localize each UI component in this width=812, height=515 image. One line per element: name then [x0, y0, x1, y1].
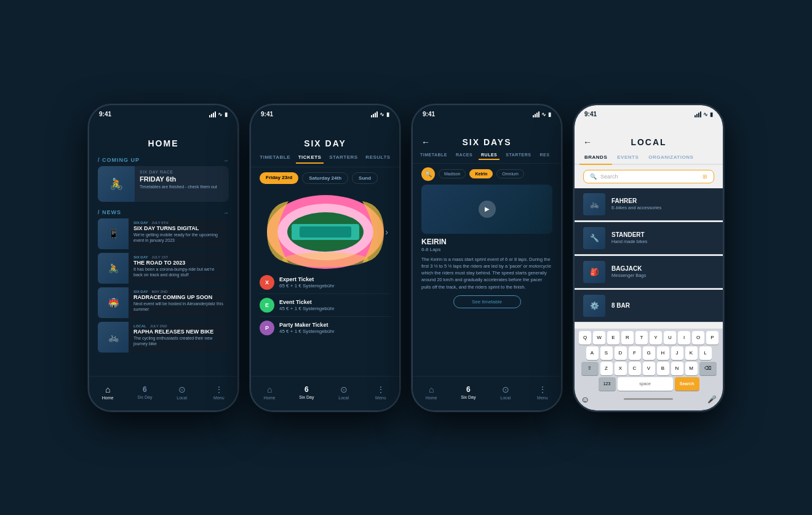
phone2-screen: 9:41 ∿ ▮ SIX DAY TIMETABLE TICKETS START…: [251, 105, 399, 410]
nav-local[interactable]: ⊙ Local: [164, 385, 201, 400]
key-c[interactable]: C: [629, 362, 641, 375]
brand-standert[interactable]: 🔧 STANDERT Hand made bikes: [575, 222, 723, 255]
news-desc-2: It has been a corona-bumpy-ride but we'r…: [133, 267, 224, 277]
p2-nav-sixday[interactable]: 6 Six Day: [288, 385, 325, 399]
news-category-2: SIX DAY: [133, 255, 148, 259]
key-q[interactable]: Q: [579, 331, 591, 345]
key-s[interactable]: S: [600, 346, 613, 360]
p3-nav-sixday[interactable]: 6 Six Day: [450, 385, 487, 399]
brand-name-8bar: 8 BAR: [611, 302, 714, 309]
race-video-thumbnail[interactable]: ▶: [421, 185, 552, 234]
p3-tab-starters[interactable]: STARTERS: [503, 151, 533, 159]
key-i[interactable]: I: [678, 331, 690, 345]
ticket-avatar-p: P: [260, 321, 274, 335]
news-item-4[interactable]: 🚲 LOCAL JULY 2ND RAPHA RELEASES NEW BIKE…: [98, 322, 229, 353]
emoji-button[interactable]: ☺: [581, 394, 589, 404]
tab-results[interactable]: RESULTS: [363, 152, 392, 163]
filter-search-button[interactable]: 🔍: [421, 167, 435, 181]
p3-nav-home[interactable]: ⌂ Home: [413, 385, 450, 400]
p3-menu-icon: ⋮: [538, 385, 547, 394]
key-delete[interactable]: ⌫: [699, 362, 717, 375]
key-r[interactable]: R: [621, 331, 634, 345]
home-icon: ⌂: [105, 385, 110, 394]
p2-nav-local[interactable]: ⊙ Local: [325, 385, 362, 400]
date-saturday[interactable]: Saturday 24th: [302, 172, 348, 184]
phone1-title: HOME: [89, 120, 237, 153]
nav-menu[interactable]: ⋮ Menu: [201, 385, 237, 400]
key-m[interactable]: M: [685, 362, 698, 375]
ticket-expert[interactable]: X Expert Ticket 65 € + 1 € Systemgebühr: [260, 275, 391, 290]
search-bar[interactable]: 🔍 Search ⊞: [583, 170, 714, 183]
key-123[interactable]: 123: [599, 377, 616, 391]
news-content-4: LOCAL JULY 2ND RAPHA RELEASES NEW BIKE T…: [129, 322, 229, 353]
local-tab-bar: BRANDS EVENTS ORGANIZATIONS: [575, 151, 723, 165]
ticket-party[interactable]: P Party Maker Ticket 45 € + 1 € Systemge…: [260, 321, 391, 335]
date-sunday[interactable]: Sund: [352, 172, 378, 184]
search-filter-icon[interactable]: ⊞: [703, 174, 707, 180]
key-k[interactable]: K: [685, 346, 698, 360]
nav-home[interactable]: ⌂ Home: [89, 385, 126, 400]
local-tab-events[interactable]: EVENTS: [612, 151, 643, 164]
tab-starters[interactable]: STARTERS: [327, 152, 360, 163]
local-tab-brands[interactable]: BRANDS: [579, 151, 612, 165]
local-tab-organizations[interactable]: ORGANIZATIONS: [643, 151, 698, 164]
news-item-2[interactable]: 🚴 SIX DAY JULY 1ST THE ROAD TO 2023 It h…: [98, 253, 229, 284]
back-button[interactable]: ←: [421, 137, 430, 147]
brand-desc-fahrer: E-bikes and accessories: [611, 205, 714, 210]
key-a[interactable]: A: [586, 346, 599, 360]
key-t[interactable]: T: [635, 331, 648, 345]
tab-timetable[interactable]: TIMETABLE: [257, 152, 293, 163]
key-d[interactable]: D: [615, 346, 627, 360]
news-item-1[interactable]: 📱 SIX DAY JULY 6TH SIX DAY TURNS DIGITAL…: [98, 218, 229, 249]
phone3-notch: [460, 105, 515, 119]
key-f[interactable]: F: [629, 346, 641, 360]
key-b[interactable]: B: [657, 362, 669, 375]
stadium-nav-arrow[interactable]: ›: [385, 227, 388, 237]
home-indicator: [624, 398, 673, 400]
p3-nav-menu[interactable]: ⋮ Menu: [524, 385, 561, 400]
key-y[interactable]: Y: [650, 331, 662, 345]
play-button[interactable]: ▶: [479, 201, 496, 218]
news-date-4: JULY 2ND: [150, 324, 167, 328]
brand-8bar[interactable]: ⚙️ 8 BAR: [575, 290, 723, 322]
filter-madison[interactable]: Madison: [439, 169, 466, 178]
search-input[interactable]: Search: [600, 174, 699, 180]
key-shift[interactable]: ⇧: [581, 362, 599, 375]
key-n[interactable]: N: [671, 362, 683, 375]
key-l[interactable]: L: [699, 346, 712, 360]
key-g[interactable]: G: [643, 346, 655, 360]
date-friday[interactable]: Friday 23rd: [260, 172, 298, 184]
p3-tab-rules[interactable]: RULES: [479, 151, 500, 160]
news-item-3[interactable]: 🏟️ SIX DAY MAY 2ND RADRACE COMING UP SOO…: [98, 287, 229, 318]
p3-nav-local[interactable]: ⊙ Local: [487, 385, 524, 400]
key-search[interactable]: Search: [675, 377, 699, 391]
key-u[interactable]: U: [664, 331, 676, 345]
key-e[interactable]: E: [607, 331, 619, 345]
p3-tab-res[interactable]: RES: [538, 151, 552, 159]
key-z[interactable]: Z: [600, 362, 613, 375]
p2-nav-menu[interactable]: ⋮ Menu: [362, 385, 399, 400]
brand-bagjack[interactable]: 🎒 BAGJACK Messenger Bags: [575, 256, 723, 289]
p4-back-button[interactable]: ←: [583, 137, 592, 147]
key-w[interactable]: W: [593, 331, 605, 345]
coming-up-card[interactable]: 🚴 SIX DAY RACE FRIDAY 6th Timetables are…: [98, 166, 229, 202]
key-h[interactable]: H: [657, 346, 669, 360]
tab-tickets[interactable]: TICKETS: [296, 152, 324, 164]
ticket-event[interactable]: E Event Ticket 45 € + 1 € Systemgebühr: [260, 298, 391, 313]
key-p[interactable]: P: [706, 331, 718, 345]
filter-keirin[interactable]: Keirin: [469, 169, 493, 178]
p3-tab-races[interactable]: RACES: [453, 151, 475, 159]
key-o[interactable]: O: [692, 331, 704, 345]
key-x[interactable]: X: [615, 362, 627, 375]
see-timetable-button[interactable]: See timetable: [453, 295, 521, 308]
p2-nav-home[interactable]: ⌂ Home: [251, 385, 288, 400]
key-space[interactable]: space: [618, 377, 673, 391]
mic-button[interactable]: 🎤: [707, 395, 717, 404]
brand-fahrer[interactable]: 🚲 FAHRER E-bikes and accessories: [575, 188, 723, 221]
key-j[interactable]: J: [671, 346, 683, 360]
nav-sixday[interactable]: 6 Six Day: [126, 385, 163, 399]
p3-tab-timetable[interactable]: TIMETABLE: [418, 151, 450, 159]
filter-omnium[interactable]: Omnium: [496, 169, 523, 178]
key-v[interactable]: V: [643, 362, 655, 375]
nav-home-label: Home: [102, 396, 114, 400]
